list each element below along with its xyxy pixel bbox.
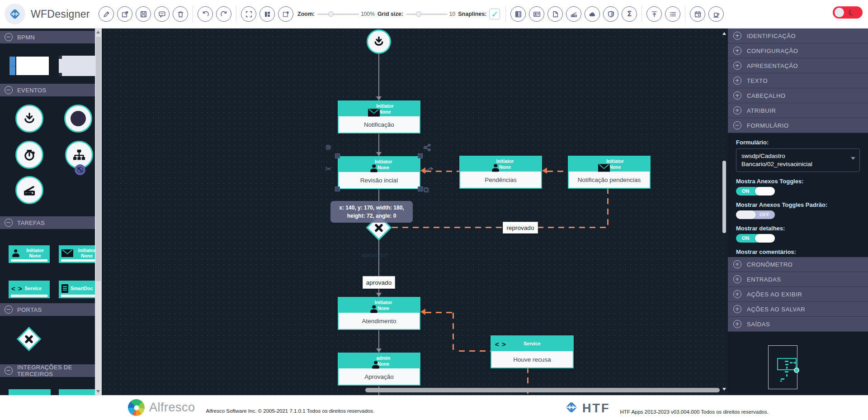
scan-button[interactable] <box>566 6 581 22</box>
palette-task-mail[interactable]: InitiatorNone <box>59 245 100 263</box>
palette-section-integracoes[interactable]: − INTEGRAÇÕES DE TERCEIROS <box>0 364 95 377</box>
section-saidas[interactable]: +SAÍDAS <box>728 317 868 332</box>
collapse-icon[interactable]: − <box>5 33 13 41</box>
expand-icon[interactable]: + <box>733 260 741 268</box>
coffee-button[interactable] <box>708 6 724 22</box>
expand-icon[interactable]: + <box>733 91 741 100</box>
collapse-icon[interactable]: − <box>5 219 13 227</box>
sum-button[interactable]: Σ <box>622 6 637 22</box>
document-button[interactable] <box>547 6 563 22</box>
palette-section-tarefas[interactable]: − TAREFAS <box>0 216 95 229</box>
collapse-icon[interactable]: − <box>5 86 13 94</box>
palette-scan-event[interactable] <box>15 176 43 204</box>
expand-icon[interactable]: + <box>733 275 741 283</box>
minimap[interactable] <box>768 345 797 389</box>
task-node-atendimento[interactable]: InitiatorNone Atendimento <box>338 297 420 330</box>
panels-layout-button[interactable] <box>259 6 275 22</box>
undo-button[interactable] <box>198 6 213 22</box>
task-node-aprovacao[interactable]: adminNone Aprovação <box>338 353 420 386</box>
section-acoes-salvar[interactable]: +AÇÕES AO SALVAR <box>728 302 868 317</box>
expand-icon[interactable]: + <box>733 290 741 298</box>
redo-button[interactable] <box>216 6 231 22</box>
dark-mode-toggle[interactable]: ☾ <box>833 6 863 19</box>
toggle-mostrar-detalhes[interactable]: ON <box>736 234 775 243</box>
share-connect-icon[interactable] <box>423 143 431 153</box>
open-external-button[interactable] <box>117 6 132 22</box>
cloud-button[interactable] <box>585 6 600 22</box>
expand-icon[interactable]: + <box>733 106 741 115</box>
palette-timer-event[interactable] <box>15 141 43 169</box>
task-node-houve-recusa[interactable]: < > Service Houve recusa <box>491 335 574 368</box>
palette-section-portas[interactable]: − PORTAS <box>0 303 95 316</box>
canvas-horizontal-scrollbar[interactable] <box>365 388 720 392</box>
task-node-pendencias[interactable]: InitiatorNone Pendências <box>459 156 542 189</box>
upload-button[interactable] <box>646 6 662 22</box>
zoom-slider-knob[interactable] <box>328 11 334 17</box>
palette-section-bpmn[interactable]: − BPMN <box>0 31 95 43</box>
palette-gateway-exclusive[interactable] <box>17 327 41 351</box>
snaplines-checkbox[interactable]: ✓ <box>489 9 500 19</box>
section-configuracao[interactable]: +CONFIGURAÇÃO <box>728 43 868 58</box>
palette-integration-item[interactable] <box>9 389 51 395</box>
list-button[interactable] <box>665 6 680 22</box>
section-formulario[interactable]: −FORMULÁRIO <box>728 118 868 133</box>
section-identificacao[interactable]: +IDENTIFICAÇÃO <box>728 29 868 43</box>
grid-slider-knob[interactable] <box>416 11 421 17</box>
palette-task-user[interactable]: InitiatorNone <box>9 245 50 263</box>
resize-handle-ne[interactable] <box>418 153 423 158</box>
toggle-anexos-padrao[interactable]: OFF <box>736 210 775 219</box>
scroll-down-icon[interactable] <box>722 388 726 391</box>
resize-handle-sw[interactable] <box>335 186 340 191</box>
edge-label-aprovado[interactable]: aprovado <box>363 276 395 289</box>
section-texto[interactable]: +TEXTO <box>728 73 868 88</box>
canvas-vertical-scrollbar[interactable] <box>722 29 727 395</box>
identity-card-button[interactable] <box>529 6 544 22</box>
scrollbar-thumb[interactable] <box>722 161 726 233</box>
copy-node-icon[interactable]: ⧉ <box>423 185 429 194</box>
toggle-mostra-anexos[interactable]: ON <box>736 187 775 196</box>
palette-task-smartdoc[interactable]: SmartDoc <box>59 281 100 298</box>
palette-item-lane[interactable] <box>59 56 99 76</box>
minimap-handle[interactable] <box>794 368 799 373</box>
cut-icon[interactable]: ✂ <box>325 164 331 173</box>
scrollbar-thumb[interactable] <box>96 37 101 281</box>
delete-node-icon[interactable]: ⊗ <box>325 143 331 152</box>
palette-item-pool[interactable]: ⋮ <box>9 56 50 76</box>
edit-button[interactable] <box>99 6 114 22</box>
save-button[interactable] <box>136 6 151 22</box>
area-select-button[interactable] <box>278 6 293 22</box>
collapse-icon[interactable]: − <box>5 367 13 375</box>
resize-handle-nw[interactable] <box>335 153 340 158</box>
collapse-icon[interactable]: − <box>5 305 13 314</box>
section-apresentacao[interactable]: +APRESENTAÇÃO <box>728 58 868 73</box>
palette-integration-item[interactable] <box>59 389 99 395</box>
task-node-notificacao-pendencias[interactable]: InitiatorNone Notificação pendencias <box>568 156 651 189</box>
scroll-up-icon[interactable] <box>722 32 726 35</box>
workflow-canvas[interactable]: InitiatorNone Notificação InitiatorNone … <box>102 29 728 395</box>
expand-icon[interactable]: + <box>733 320 741 328</box>
calendar-button[interactable] <box>690 6 705 22</box>
collapse-icon[interactable]: − <box>733 121 741 129</box>
palette-start-event[interactable] <box>15 105 43 133</box>
section-atribuir[interactable]: +ATRIBUIR <box>728 103 868 118</box>
start-event-node[interactable] <box>367 29 391 54</box>
edge-label-reprovado[interactable]: reprovado <box>503 222 538 234</box>
expand-icon[interactable]: + <box>733 76 741 85</box>
expand-icon[interactable]: + <box>733 62 741 70</box>
task-node-revisao-incial[interactable]: InitiatorNone Revisão incial <box>338 156 420 189</box>
palette-end-event[interactable] <box>64 105 92 133</box>
resize-handle-se[interactable] <box>418 186 423 191</box>
form-register-button[interactable] <box>510 6 526 22</box>
palette-task-service[interactable]: < > Service <box>9 281 50 298</box>
link-flow-icon[interactable] <box>425 165 434 174</box>
scroll-down-icon[interactable] <box>96 390 100 393</box>
comment-button[interactable] <box>154 6 170 22</box>
expand-icon[interactable]: + <box>733 32 741 40</box>
scroll-up-icon[interactable] <box>96 31 100 33</box>
delete-button[interactable] <box>173 6 188 22</box>
expand-icon[interactable]: + <box>733 47 741 55</box>
form-select[interactable]: swsdp/Cadastro Bancario/02_revisaoinicia… <box>736 148 860 172</box>
fit-screen-button[interactable] <box>241 6 256 22</box>
section-cronometro[interactable]: +CRONÔMETRO <box>728 257 868 272</box>
section-entradas[interactable]: +ENTRADAS <box>728 272 868 287</box>
